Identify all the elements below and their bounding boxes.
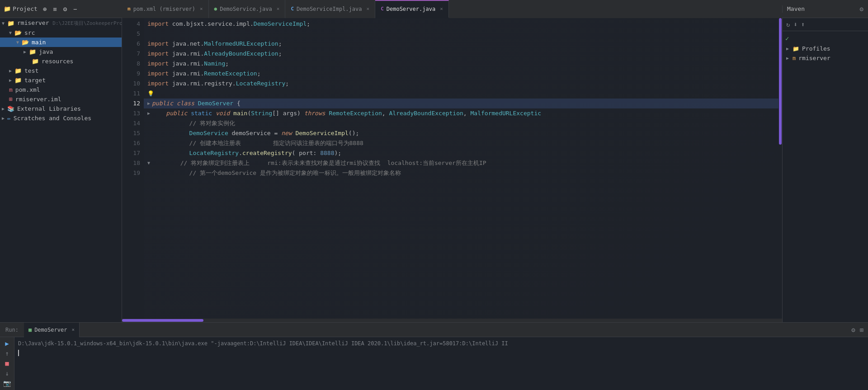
tab-demoserver[interactable]: C DemoServer.java × bbox=[375, 0, 449, 18]
line-numbers: 4 5 6 7 8 9 10▼ 11 12 13 14 15 16 17 18▼… bbox=[122, 18, 144, 319]
scratches-icon: ✏ bbox=[7, 115, 11, 122]
src-folder-icon: 📂 bbox=[14, 29, 22, 36]
run-scroll-down-icon[interactable]: ↓ bbox=[5, 370, 9, 377]
minimize-icon[interactable]: − bbox=[71, 5, 79, 14]
run-expand-icon[interactable]: ⊞ bbox=[860, 326, 863, 334]
sidebar-resources[interactable]: 📁 resources bbox=[0, 56, 122, 66]
sidebar-root[interactable]: ▼ 📁 rmiserver D:\J2EE项目\ZookeeperPro bbox=[0, 18, 122, 28]
ln-9: 9 bbox=[122, 69, 140, 79]
tab-demoserviceimpl-close[interactable]: × bbox=[367, 6, 370, 12]
tab-demoserver-close[interactable]: × bbox=[440, 6, 443, 12]
ln-19: 19 bbox=[122, 168, 140, 178]
sidebar-src-label: src bbox=[24, 29, 35, 36]
fold-arrow-18: ▼ bbox=[147, 158, 150, 168]
resources-folder-icon: 📁 bbox=[32, 58, 39, 65]
top-bar: 📁 Project ⊕ ≡ ⚙ − m pom.xml (rmiserver) … bbox=[0, 0, 868, 18]
run-label: Run: bbox=[0, 327, 24, 333]
project-icon: 📁 bbox=[4, 5, 11, 12]
run-arrow-12: ▶ bbox=[147, 99, 150, 108]
run-output-text: D:\Java\jdk-15.0.1_windows-x64_bin\jdk-1… bbox=[18, 340, 508, 347]
src-expand-arrow: ▼ bbox=[9, 30, 12, 35]
maven-refresh-icon[interactable]: ↻ bbox=[785, 20, 791, 29]
run-settings-icon[interactable]: ⚙ bbox=[851, 326, 855, 334]
run-camera-icon[interactable]: 📷 bbox=[3, 380, 11, 387]
run-tab-close[interactable]: × bbox=[71, 327, 75, 333]
ln-10: 10▼ bbox=[122, 79, 140, 89]
ln-13: 13 bbox=[122, 108, 140, 118]
run-stop-icon[interactable]: ■ bbox=[5, 360, 9, 367]
maven-panel-header: Maven ⚙ bbox=[782, 5, 868, 13]
sidebar-pom[interactable]: m pom.xml bbox=[0, 85, 122, 94]
maven-profiles-item[interactable]: ▶ 📁 Profiles bbox=[783, 44, 868, 53]
maven-gear-icon[interactable]: ⚙ bbox=[860, 5, 863, 13]
ln-6: 6 bbox=[122, 39, 140, 49]
sidebar-resources-label: resources bbox=[42, 58, 73, 65]
tab-pom-close[interactable]: × bbox=[200, 6, 203, 12]
sidebar-target[interactable]: ▶ 📁 target bbox=[0, 75, 122, 85]
run-tab-demoserver[interactable]: ■ DemoServer × bbox=[24, 323, 80, 337]
project-toolbar: ⊕ ≡ ⚙ − bbox=[39, 5, 81, 14]
settings-icon[interactable]: ⚙ bbox=[61, 5, 69, 14]
ln-18: 18▼ bbox=[122, 158, 140, 168]
root-collapse-arrow: ▼ bbox=[2, 21, 5, 26]
main-content: ▼ 📁 rmiserver D:\J2EE项目\ZookeeperPro ▼ 📂… bbox=[0, 18, 868, 322]
maven-upload-icon[interactable]: ⬆ bbox=[800, 20, 806, 29]
code-line-4: import com.bjsxt.service.impl.DemoServic… bbox=[144, 19, 778, 29]
run-scroll-up-icon[interactable]: ↑ bbox=[5, 350, 9, 357]
sidebar-target-label: target bbox=[24, 77, 46, 84]
code-lines: import com.bjsxt.service.impl.DemoServic… bbox=[144, 18, 778, 319]
sidebar-test-label: test bbox=[24, 67, 38, 74]
target-folder-icon: 📁 bbox=[14, 77, 22, 84]
maven-rmiserver-item[interactable]: ▶ m rmiserver bbox=[783, 53, 868, 63]
ln-15: 15 bbox=[122, 128, 140, 138]
ln-7: 7 bbox=[122, 49, 140, 59]
sidebar-ext-label: External Libraries bbox=[17, 105, 81, 112]
sidebar-pom-label: pom.xml bbox=[15, 86, 40, 93]
scroll-thumb[interactable] bbox=[779, 18, 782, 145]
tab-demoserver-icon: C bbox=[381, 6, 384, 12]
sidebar-java[interactable]: ▶ 📁 java bbox=[0, 47, 122, 56]
sidebar: ▼ 📁 rmiserver D:\J2EE项目\ZookeeperPro ▼ 📂… bbox=[0, 18, 122, 322]
tab-demoservice-close[interactable]: × bbox=[277, 6, 280, 12]
horizontal-scrollbar[interactable] bbox=[122, 319, 782, 322]
tab-demoserviceimpl-label: DemoServiceImpl.java bbox=[297, 6, 362, 12]
tab-demoservice-icon: ● bbox=[214, 6, 217, 12]
code-editor: 4 5 6 7 8 9 10▼ 11 12 13 14 15 16 17 18▼… bbox=[122, 18, 782, 322]
editor-tabs: m pom.xml (rmiserver) × ● DemoService.ja… bbox=[122, 0, 782, 18]
code-line-10: import java.rmi.registry.LocateRegistry; bbox=[144, 79, 778, 89]
run-play-icon[interactable]: ▶ bbox=[5, 340, 9, 347]
vertical-scrollbar[interactable] bbox=[778, 18, 782, 319]
sidebar-iml[interactable]: ⊞ rmiserver.iml bbox=[0, 94, 122, 104]
tab-demoserviceimpl[interactable]: C DemoServiceImpl.java × bbox=[285, 0, 375, 18]
sidebar-src[interactable]: ▼ 📂 src bbox=[0, 28, 122, 38]
sidebar-scratches[interactable]: ▶ ✏ Scratches and Consoles bbox=[0, 113, 122, 123]
project-title: Project bbox=[13, 5, 38, 12]
run-content: ▶ ↑ ■ ↓ 📷 ⊞ D:\Java\jdk-15.0.1_windows-x… bbox=[0, 337, 868, 390]
ln-12: 12 bbox=[122, 99, 140, 108]
sidebar-external-libraries[interactable]: ▶ 📚 External Libraries bbox=[0, 104, 122, 113]
run-cursor bbox=[18, 350, 19, 356]
code-line-9: import java.rmi.RemoteException; bbox=[144, 69, 778, 79]
h-scroll-thumb[interactable] bbox=[122, 319, 203, 322]
tab-demoserviceimpl-icon: C bbox=[291, 6, 294, 12]
locate-icon[interactable]: ⊕ bbox=[41, 5, 48, 14]
code-line-19: // 第一个demoService 是作为被绑定对象的唯一标识。一般用被绑定对象… bbox=[144, 168, 778, 178]
ln-11: 11 bbox=[122, 89, 140, 99]
code-line-8: import java.rmi.Naming; bbox=[144, 59, 778, 69]
run-tab-label: DemoServer bbox=[34, 327, 67, 333]
maven-download-sources-icon[interactable]: ⬇ bbox=[793, 20, 798, 29]
tab-demoservice[interactable]: ● DemoService.java × bbox=[209, 0, 286, 18]
tab-demoserver-label: DemoServer.java bbox=[387, 6, 435, 12]
tab-pom[interactable]: m pom.xml (rmiserver) × bbox=[122, 0, 209, 18]
pom-icon: m bbox=[9, 86, 13, 93]
code-area[interactable]: 4 5 6 7 8 9 10▼ 11 12 13 14 15 16 17 18▼… bbox=[122, 18, 782, 319]
sidebar-test[interactable]: ▶ 📁 test bbox=[0, 66, 122, 75]
run-sidebar: ▶ ↑ ■ ↓ 📷 ⊞ bbox=[0, 337, 14, 390]
layout-icon[interactable]: ≡ bbox=[51, 5, 58, 14]
test-folder-icon: 📁 bbox=[14, 67, 22, 74]
test-expand-arrow: ▶ bbox=[9, 68, 12, 73]
sidebar-main[interactable]: ▼ 📂 main bbox=[0, 38, 122, 47]
run-arrow-13: ▶ bbox=[147, 108, 150, 118]
bottom-panel: Run: ■ DemoServer × ⚙ ⊞ ▶ ↑ ■ ↓ 📷 ⊞ D:\J… bbox=[0, 322, 868, 390]
ln-5: 5 bbox=[122, 29, 140, 39]
